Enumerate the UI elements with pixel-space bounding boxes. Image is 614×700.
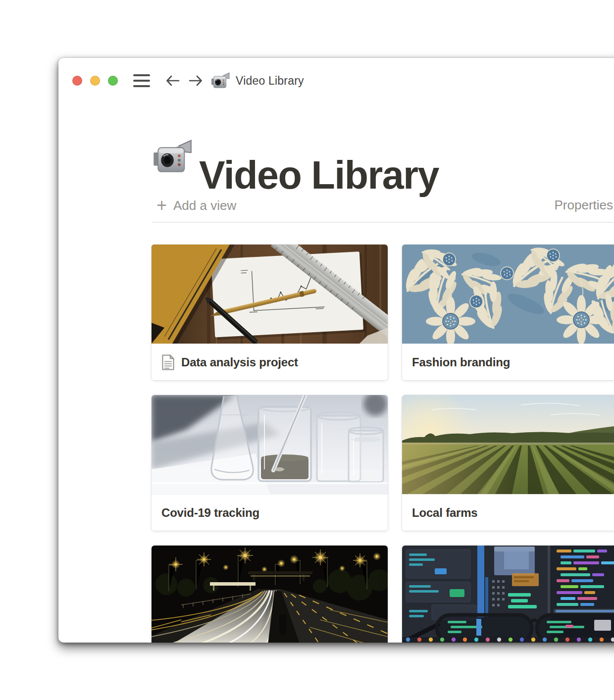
document-icon [161,354,175,370]
card-title: Data analysis project [181,355,298,369]
properties-button[interactable]: Properties [533,198,613,213]
app-window: Video Library Video Library + Add a view… [58,58,614,643]
page-background: Video Library Video Library + Add a view… [0,0,614,700]
window-topbar: Video Library [58,58,614,103]
plus-icon: + [156,197,167,214]
card-title: Fashion branding [412,355,510,369]
card-caption: Data analysis project [152,344,388,380]
page-title-video-camera-icon [153,137,192,177]
gallery-card-covid-tracking[interactable]: Covid-19 tracking [152,395,388,531]
add-view-label: Add a view [173,196,236,215]
video-camera-icon [211,71,230,90]
views-toolbar: + Add a view Properties [58,196,614,217]
gallery-card-code-screens[interactable] [402,546,614,643]
card-title: Local farms [412,506,478,520]
card-image-floral-pattern [402,245,614,344]
card-title: Covid-19 tracking [161,506,259,520]
gallery-card-fashion-branding[interactable]: Fashion branding [402,245,614,380]
hamburger-menu-icon[interactable] [133,74,150,87]
card-image-code-monitors-photo [402,546,614,643]
forward-arrow-icon[interactable] [188,74,203,88]
card-caption: Covid-19 tracking [152,494,388,531]
back-arrow-icon[interactable] [165,74,180,88]
page-title[interactable]: Video Library [199,155,439,195]
card-image-farm-field-photo [402,395,614,494]
gallery-card-night-highway[interactable] [152,546,388,643]
card-caption: Fashion branding [402,344,614,380]
card-image-desk-photo [152,245,388,344]
add-view-button[interactable]: + Add a view [156,196,236,215]
traffic-lights [72,76,118,86]
breadcrumb[interactable]: Video Library [236,74,304,88]
toolbar-divider [152,222,614,223]
zoom-window-button[interactable] [108,76,118,86]
card-caption: Local farms [402,494,614,531]
gallery-card-data-analysis[interactable]: Data analysis project [152,245,388,380]
card-image-night-highway-photo [152,546,388,643]
card-image-lab-beakers-photo [152,395,388,494]
close-window-button[interactable] [72,76,82,86]
gallery-card-local-farms[interactable]: Local farms [402,395,614,531]
minimize-window-button[interactable] [90,76,100,86]
